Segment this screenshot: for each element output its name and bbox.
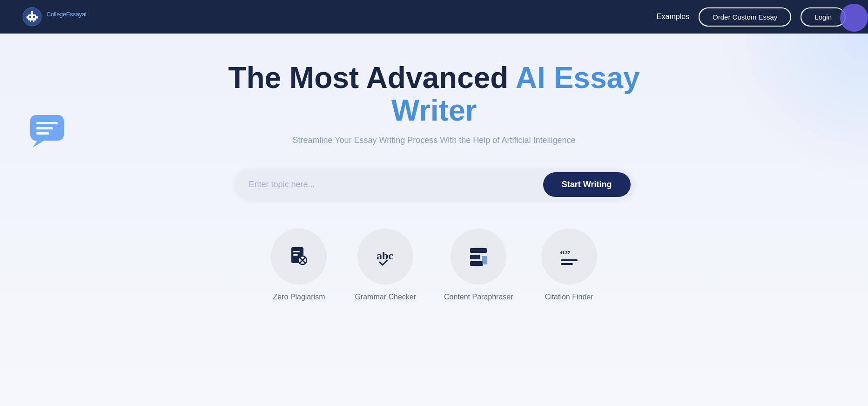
citation-circle: “” (541, 229, 597, 284)
blob-decoration (719, 34, 868, 183)
feature-citation-finder[interactable]: “” Citation Finder (541, 229, 597, 301)
feature-zero-plagiarism[interactable]: Zero Plagiarism (271, 229, 327, 301)
svg-rect-9 (33, 20, 34, 22)
feature-content-paraphraser[interactable]: Content Paraphraser (444, 229, 513, 301)
svg-rect-27 (561, 259, 578, 261)
svg-text:“”: “” (560, 248, 570, 260)
svg-rect-28 (561, 263, 573, 265)
search-bar: Start Writing (234, 169, 634, 201)
hero-subtitle: Streamline Your Essay Writing Process Wi… (293, 135, 576, 145)
svg-rect-1 (28, 14, 36, 20)
svg-rect-25 (482, 256, 487, 264)
order-custom-essay-button[interactable]: Order Custom Essay (699, 7, 791, 27)
svg-rect-14 (36, 132, 49, 135)
paraphraser-icon (466, 244, 491, 269)
logo[interactable]: CollegeEssayai (22, 7, 86, 27)
examples-link[interactable]: Examples (657, 13, 689, 21)
nav-right: Examples Order Custom Essay Login (657, 7, 846, 27)
svg-rect-17 (293, 254, 298, 256)
svg-rect-24 (470, 261, 483, 266)
hero-heading: The Most Advanced AI Essay Writer (225, 61, 644, 127)
grammar-circle: abc (357, 229, 413, 284)
svg-point-5 (31, 11, 33, 13)
plagiarism-icon (287, 244, 311, 269)
feature-grammar-checker[interactable]: abc Grammar Checker (355, 229, 416, 301)
zero-plagiarism-circle (271, 229, 327, 284)
svg-rect-12 (36, 122, 58, 124)
citation-finder-label: Citation Finder (545, 293, 593, 301)
svg-rect-7 (36, 16, 38, 19)
login-button[interactable]: Login (801, 7, 846, 27)
navbar: CollegeEssayai Examples Order Custom Ess… (0, 0, 868, 34)
svg-rect-23 (470, 255, 480, 259)
svg-rect-2 (29, 16, 31, 18)
features-row: Zero Plagiarism abc Grammar Checker (271, 229, 597, 301)
logo-text: CollegeEssayai (47, 11, 86, 23)
svg-rect-16 (293, 251, 300, 252)
svg-marker-11 (33, 141, 44, 148)
logo-name: CollegeEssay (47, 11, 82, 18)
chat-bubble-decoration (28, 113, 70, 150)
grammar-icon: abc (373, 244, 397, 269)
hero-heading-part1: The Most Advanced (228, 61, 516, 95)
logo-superscript: ai (82, 11, 87, 18)
paraphraser-circle (451, 229, 506, 284)
content-paraphraser-label: Content Paraphraser (444, 293, 513, 301)
svg-rect-22 (470, 248, 487, 253)
svg-rect-13 (36, 127, 53, 129)
logo-icon (22, 7, 42, 27)
citation-icon: “” (557, 244, 581, 269)
svg-rect-3 (33, 16, 35, 18)
svg-rect-8 (30, 20, 31, 22)
purple-dot-decoration (840, 4, 868, 32)
main-content: The Most Advanced AI Essay Writer Stream… (0, 34, 868, 406)
zero-plagiarism-label: Zero Plagiarism (273, 293, 325, 301)
topic-input[interactable] (249, 180, 543, 189)
grammar-checker-label: Grammar Checker (355, 293, 416, 301)
svg-rect-6 (27, 16, 28, 19)
svg-text:abc: abc (377, 250, 393, 262)
start-writing-button[interactable]: Start Writing (543, 172, 631, 197)
